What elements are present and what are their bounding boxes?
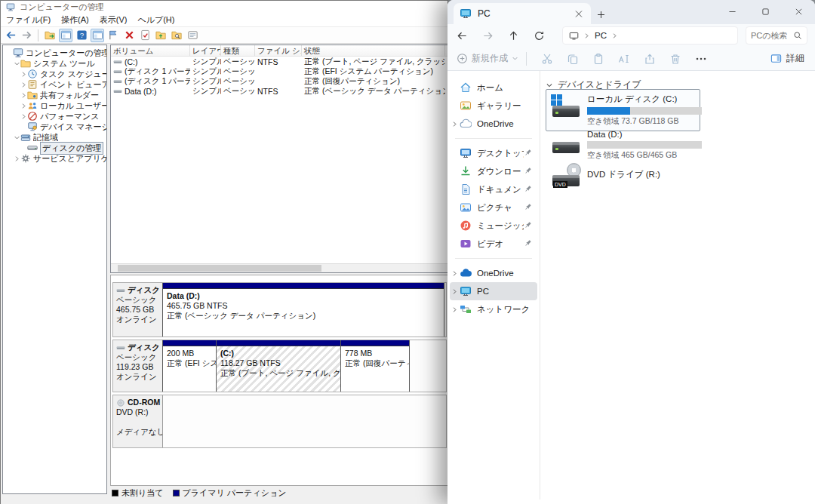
copy-icon[interactable] (560, 49, 586, 69)
partition[interactable]: 778 MB正常 (回復パーティショ (340, 340, 410, 392)
chevron-right-icon[interactable] (450, 121, 460, 128)
sidebar-item-ピクチャ[interactable]: ピクチャ (450, 198, 537, 217)
hard-drive-icon (551, 94, 583, 119)
search-box[interactable] (746, 26, 807, 45)
chevron-right-icon[interactable] (20, 71, 27, 78)
chevron-right-icon[interactable] (20, 92, 27, 99)
sidebar-item-ダウンロード[interactable]: ダウンロード (450, 162, 537, 180)
rename-icon[interactable] (611, 49, 637, 69)
paste-icon[interactable] (586, 49, 611, 69)
chevron-right-icon[interactable] (450, 306, 460, 313)
partition[interactable]: 200 MB正常 (EFI システム (162, 340, 217, 392)
partition-title: (C:) (220, 349, 337, 358)
delete-volume-icon[interactable] (122, 29, 136, 42)
tab-close-icon[interactable] (573, 8, 585, 20)
tree-item-コンピューターの管理 (ローカル)[interactable]: コンピューターの管理 (ローカル) (3, 48, 106, 58)
new-tab-button[interactable] (591, 5, 610, 24)
drive-item-DVD ドライブ (R:)[interactable]: DVDDVD ドライブ (R:) (546, 158, 700, 193)
close-button[interactable] (782, 0, 815, 23)
legend-swatch (112, 490, 118, 496)
sidebar-item-PC[interactable]: PC (450, 282, 537, 300)
column-header-種類[interactable]: 種類 (221, 45, 255, 56)
breadcrumb[interactable]: PC (595, 31, 607, 40)
disk-label[interactable]: ディスク 1ベーシック119.23 GBオンライン (113, 340, 163, 392)
nav-refresh-icon[interactable] (527, 26, 550, 45)
sidebar-item-ギャラリー[interactable]: ギャラリー (450, 97, 537, 115)
tab-pc[interactable]: PC (454, 3, 591, 24)
properties-check-icon[interactable] (138, 29, 152, 42)
console-window-icon[interactable] (59, 29, 72, 42)
search-input[interactable] (751, 31, 793, 40)
nav-back-icon[interactable] (451, 26, 473, 45)
disk-label[interactable]: CD-ROM 0DVD (R:) メディアなし (113, 395, 163, 447)
chevron-right-icon[interactable] (13, 155, 20, 162)
volume-row[interactable]: (ディスク 1 パーティション 4)シンプルベーシック正常 (回復パーティション… (111, 76, 448, 86)
console-tree-icon[interactable] (91, 29, 104, 42)
tree-item-共有フォルダー[interactable]: 共有フォルダー (3, 90, 106, 100)
disk-label-line: オンライン (116, 372, 159, 382)
sidebar-item-OneDrive[interactable]: OneDrive (450, 115, 537, 133)
sidebar-item-ミュージック[interactable]: ミュージック (450, 217, 537, 235)
sidebar-item-ドキュメント[interactable]: ドキュメント (450, 180, 537, 198)
chevron-right-icon[interactable] (20, 103, 27, 109)
sidebar-item-OneDrive[interactable]: OneDrive (450, 264, 537, 282)
partition-color-strip (217, 340, 340, 346)
more-options-icon[interactable] (688, 49, 714, 69)
sidebar-item-ホーム[interactable]: ホーム (450, 78, 537, 97)
details-toggle-button[interactable]: 詳細 (770, 52, 804, 65)
column-header-状態[interactable]: 状態 (302, 45, 445, 56)
sidebar-item-デスクトップ[interactable]: デスクトップ (450, 144, 537, 162)
tree-item-タスク スケジューラ[interactable]: タスク スケジューラ (3, 69, 106, 79)
chevron-right-icon[interactable] (450, 288, 460, 295)
tree-item-システム ツール[interactable]: システム ツール (3, 58, 106, 69)
chevron-right-icon[interactable] (20, 81, 27, 88)
delete-icon[interactable] (663, 49, 688, 69)
tree-item-ディスクの管理[interactable]: ディスクの管理 (3, 143, 106, 153)
tree-item-ローカル ユーザーとグループ[interactable]: ローカル ユーザーとグループ (3, 100, 106, 111)
nav-up-icon[interactable] (502, 26, 524, 45)
tree-item-イベント ビューアー[interactable]: イベント ビューアー (3, 79, 106, 90)
disk-label[interactable]: ディスク 0ベーシック465.75 GBオンライン (113, 283, 163, 337)
rescan-icon[interactable] (170, 29, 183, 42)
tree-item-デバイス マネージャー[interactable]: デバイス マネージャー (3, 121, 106, 132)
chevron-down-icon[interactable] (13, 60, 20, 67)
help-icon[interactable]: ? (75, 29, 88, 42)
chevron-right-icon[interactable] (20, 113, 27, 120)
menu-file[interactable]: ファイル(F) (1, 14, 56, 26)
action-pane-icon[interactable] (106, 29, 120, 42)
menu-action[interactable]: 操作(A) (56, 14, 94, 26)
back-icon[interactable] (4, 29, 17, 42)
partition-(C:)[interactable]: (C:)118.27 GB NTFS正常 (ブート, ページ ファイル, クラッ… (216, 340, 341, 392)
chevron-down-icon[interactable] (13, 134, 20, 141)
maximize-button[interactable] (749, 0, 782, 23)
dm-titlebar[interactable]: コンピューターの管理 (1, 1, 447, 14)
cloud_outline-icon (460, 118, 472, 130)
sidebar-item-ビデオ[interactable]: ビデオ (450, 235, 537, 253)
sidebar-item-ネットワーク[interactable]: ネットワーク (450, 300, 537, 318)
new-button[interactable]: 新規作成 (457, 52, 518, 65)
column-header-ボリューム[interactable]: ボリューム (111, 45, 190, 56)
minimize-button[interactable] (715, 0, 749, 23)
address-bar[interactable]: PC (562, 26, 738, 45)
tree-item-パフォーマンス[interactable]: パフォーマンス (3, 111, 106, 121)
forward-icon[interactable] (20, 29, 33, 42)
menu-view[interactable]: 表示(V) (94, 14, 133, 26)
tree-item-サービスとアプリケーション[interactable]: サービスとアプリケーション (3, 153, 106, 164)
explorer-navrow: PC (447, 24, 815, 47)
hscrollbar-thumb[interactable] (118, 265, 321, 272)
volume-list-hscrollbar[interactable] (111, 263, 448, 272)
column-header-ファイル システム[interactable]: ファイル システム (255, 45, 302, 56)
nav-forward-icon[interactable] (476, 26, 499, 45)
attributes-icon[interactable] (186, 29, 199, 42)
volume-row[interactable]: Data (D:)シンプルベーシックNTFS正常 (ベーシック データ パーティ… (111, 86, 448, 96)
partition-Data (D:)[interactable]: Data (D:)465.75 GB NTFS正常 (ベーシック データ パーテ… (162, 283, 444, 337)
volume-row[interactable]: (C:)シンプルベーシックNTFS正常 (ブート, ページ ファイル, クラッシ… (111, 57, 448, 66)
share-icon[interactable] (637, 49, 663, 69)
refresh-icon[interactable] (154, 29, 168, 42)
cut-icon[interactable] (534, 49, 560, 69)
chevron-right-icon[interactable] (450, 270, 460, 277)
volume-row[interactable]: (ディスク 1 パーティション 1)シンプルベーシック正常 (EFI システム … (111, 66, 448, 76)
export-list-icon[interactable] (43, 29, 57, 42)
column-header-レイアウト[interactable]: レイアウト (190, 45, 221, 56)
menu-help[interactable]: ヘルプ(H) (132, 14, 180, 26)
